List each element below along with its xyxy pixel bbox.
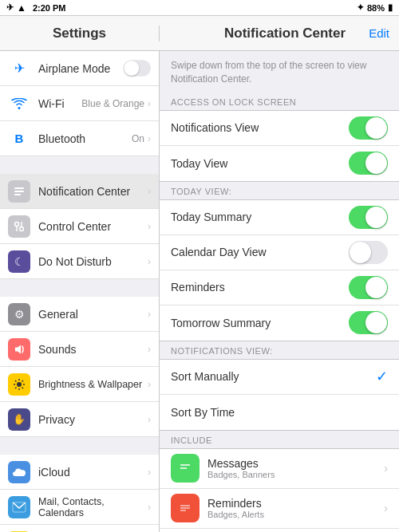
tomorrow-summary-row[interactable]: Tomorrow Summary [160,305,399,341]
section-header-today: TODAY VIEW: [160,182,399,199]
nav-bar: Settings Notification Center Edit [0,16,399,51]
today-view-toggle[interactable] [349,152,388,175]
sort-manually-row[interactable]: Sort Manually ✓ [160,360,399,395]
sidebar-item-bluetooth[interactable]: B Bluetooth On › [0,121,159,156]
today-view-row[interactable]: Today View [160,146,399,181]
detail-nav-area: Notification Center Edit [160,26,399,41]
detail-hint: Swipe down from the top of the screen to… [160,51,399,93]
airplane-icon: ✈ [8,57,30,80]
sidebar-item-wifi[interactable]: Wi-Fi Blue & Orange › [0,86,159,121]
privacy-chevron: › [148,414,151,425]
status-bar: ✈ ▲ 2:20 PM ✦ 88% ▮ [0,0,399,16]
sidebar-item-notes[interactable]: Notes › [0,525,159,532]
general-icon: ⚙ [8,303,30,325]
detail-nav-title: Notification Center [201,26,369,41]
sounds-icon [8,338,30,361]
sidebar-gap-2 [0,279,159,297]
wifi-status-icon: ▲ [17,2,26,14]
sidebar-group-apps: iCloud › Mail, Contacts, Calendars › Not… [0,455,159,532]
svg-line-16 [15,387,17,388]
notifications-view-row[interactable]: Notifications View [160,111,399,146]
general-chevron: › [148,309,151,320]
svg-line-15 [22,380,24,382]
brightness-icon [8,373,30,396]
sidebar-group-system: Notification Center › Control Center › ☾… [0,174,159,279]
today-summary-toggle[interactable] [349,206,388,229]
reminders-toggle[interactable] [349,276,388,299]
svg-point-8 [17,382,22,387]
sidebar-item-brightness[interactable]: Brightness & Wallpaper › [0,367,159,402]
battery-icon: ▮ [388,2,393,13]
include-messages[interactable]: Messages Badges, Banners › [160,449,399,489]
svg-point-5 [20,227,24,231]
control-center-icon [8,215,30,238]
bluetooth-chevron: › [148,133,151,144]
sidebar-gap-1 [0,156,159,174]
sounds-chevron: › [148,344,151,355]
calendar-day-row[interactable]: Calendar Day View [160,235,399,270]
sidebar-gap-3 [0,437,159,455]
icloud-chevron: › [148,467,151,478]
main-content: ✈ Airplane Mode Wi-Fi Blue & Orange › B … [0,51,399,532]
control-chevron: › [148,221,151,232]
sidebar-item-notification-center[interactable]: Notification Center › [0,174,159,209]
today-view-group: Today Summary Calendar Day View Reminder… [160,199,399,341]
sidebar-group-preferences: ⚙ General › Sounds › Brightness & Wallpa… [0,297,159,437]
sidebar-group-connectivity: ✈ Airplane Mode Wi-Fi Blue & Orange › B … [0,51,159,156]
include-reminders[interactable]: Reminders Badges, Alerts › [160,489,399,529]
edit-button[interactable]: Edit [369,26,389,40]
mail-chevron: › [148,502,151,513]
do-not-disturb-icon: ☾ [8,250,30,273]
include-reminders-chevron: › [384,502,388,514]
sidebar-item-airplane[interactable]: ✈ Airplane Mode [0,51,159,86]
icloud-icon [8,461,30,483]
sort-by-time-row[interactable]: Sort By Time [160,395,399,430]
brightness-chevron: › [148,379,151,390]
include-calendar[interactable]: 30MON Calendar Badges, Alerts › [160,529,399,532]
calendar-day-toggle[interactable] [349,241,388,264]
section-header-include: INCLUDE [160,431,399,448]
include-reminders-icon [171,494,200,522]
wifi-chevron: › [148,98,151,109]
dnd-chevron: › [148,256,151,267]
sidebar-item-icloud[interactable]: iCloud › [0,455,159,490]
bluetooth-status-icon: ✦ [357,2,364,13]
notif-chevron: › [148,186,151,197]
notification-center-icon [8,180,30,203]
airplane-toggle[interactable] [124,60,151,76]
svg-line-14 [22,387,24,388]
sidebar: ✈ Airplane Mode Wi-Fi Blue & Orange › B … [0,51,160,532]
notifications-view-toggle[interactable] [349,116,388,140]
svg-rect-2 [14,191,24,192]
section-header-lock: ACCESS ON LOCK SCREEN [160,93,399,110]
tomorrow-summary-toggle[interactable] [349,311,388,334]
sidebar-item-general[interactable]: ⚙ General › [0,297,159,332]
reminders-row[interactable]: Reminders [160,270,399,305]
include-messages-chevron: › [384,462,388,475]
notif-sort-group: Sort Manually ✓ Sort By Time [160,359,399,431]
lock-screen-group: Notifications View Today View [160,110,399,182]
today-summary-row[interactable]: Today Summary [160,200,399,235]
battery-percent: 88% [367,3,385,13]
detail-pane: Swipe down from the top of the screen to… [160,51,399,532]
svg-point-4 [15,222,19,226]
sidebar-item-mail[interactable]: Mail, Contacts, Calendars › [0,490,159,525]
sidebar-item-do-not-disturb[interactable]: ☾ Do Not Disturb › [0,244,159,279]
sort-manually-check: ✓ [376,368,388,385]
sidebar-item-sounds[interactable]: Sounds › [0,332,159,367]
airplane-status-icon: ✈ [6,2,14,13]
section-header-notif-view: NOTIFICATIONS VIEW: [160,341,399,359]
include-reminders-text: Reminders Badges, Alerts [207,497,384,519]
mail-icon [8,496,30,518]
sidebar-item-control-center[interactable]: Control Center › [0,209,159,244]
svg-rect-3 [14,194,21,195]
privacy-icon: ✋ [8,408,30,431]
wifi-icon [8,93,30,115]
svg-point-0 [18,107,21,109]
settings-nav-title: Settings [0,26,160,41]
include-messages-text: Messages Badges, Banners [207,457,384,479]
svg-rect-1 [14,187,24,189]
bluetooth-icon: B [8,128,30,150]
sidebar-item-privacy[interactable]: ✋ Privacy › [0,402,159,437]
time: 2:20 PM [33,3,66,13]
